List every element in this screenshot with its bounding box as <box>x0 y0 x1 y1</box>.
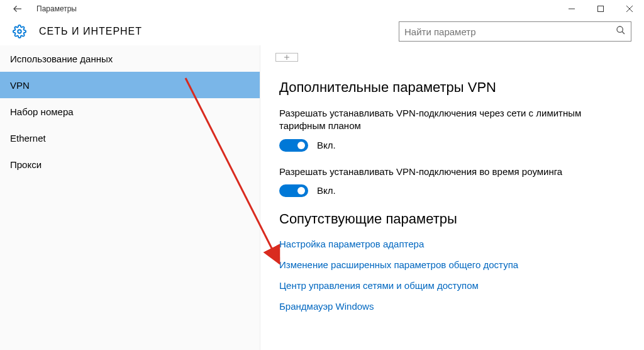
add-vpn-box[interactable] <box>275 53 298 62</box>
svg-line-7 <box>622 31 625 34</box>
sidebar-item-ethernet[interactable]: Ethernet <box>0 125 260 151</box>
section-advanced-title: Дополнительные параметры VPN <box>279 79 625 96</box>
minimize-icon <box>568 5 575 13</box>
toggle-metered-state: Вкл. <box>317 140 336 150</box>
titlebar: Параметры <box>0 0 644 18</box>
window-controls <box>557 0 644 18</box>
close-icon <box>626 5 633 13</box>
link-adapter-settings[interactable]: Настройка параметров адаптера <box>279 239 625 249</box>
main-panel: Дополнительные параметры VPN Разрешать у… <box>260 45 644 350</box>
search-box[interactable] <box>399 21 631 42</box>
minimize-button[interactable] <box>557 0 586 18</box>
search-input[interactable] <box>404 26 616 37</box>
setting-metered-row: Вкл. <box>279 139 625 152</box>
setting-metered-desc: Разрешать устанавливать VPN-подключения … <box>279 107 625 133</box>
section-related-title: Сопутствующие параметры <box>279 211 625 227</box>
sidebar-item-vpn[interactable]: VPN <box>0 72 260 98</box>
link-advanced-sharing[interactable]: Изменение расширенных параметров общего … <box>279 259 625 270</box>
link-windows-firewall[interactable]: Брандмауэр Windows <box>279 301 625 312</box>
toggle-knob <box>297 142 305 149</box>
maximize-icon <box>597 5 604 13</box>
toggle-roaming[interactable] <box>279 184 308 197</box>
header: СЕТЬ И ИНТЕРНЕТ <box>0 18 644 45</box>
sidebar: Использование данных VPN Набор номера Et… <box>0 45 260 350</box>
svg-point-6 <box>617 26 623 32</box>
plus-icon <box>284 54 290 60</box>
svg-point-5 <box>18 30 21 33</box>
setting-roaming-desc: Разрешать устанавливать VPN-подключения … <box>279 166 625 178</box>
category-title: СЕТЬ И ИНТЕРНЕТ <box>39 26 142 37</box>
sidebar-item-dialup[interactable]: Набор номера <box>0 98 260 125</box>
toggle-knob <box>297 187 305 195</box>
arrow-left-icon <box>12 3 23 14</box>
close-button[interactable] <box>615 0 644 18</box>
setting-roaming-row: Вкл. <box>279 184 625 197</box>
maximize-button[interactable] <box>586 0 615 18</box>
related-links: Настройка параметров адаптера Изменение … <box>279 239 625 312</box>
search-icon <box>616 25 626 38</box>
content: Использование данных VPN Набор номера Et… <box>0 45 644 350</box>
link-network-center[interactable]: Центр управления сетями и общим доступом <box>279 280 625 291</box>
toggle-roaming-state: Вкл. <box>317 185 336 196</box>
sidebar-item-data-usage[interactable]: Использование данных <box>0 45 260 72</box>
gear-icon <box>13 25 26 38</box>
sidebar-item-proxy[interactable]: Прокси <box>0 151 260 178</box>
window-title: Параметры <box>36 4 77 13</box>
svg-rect-2 <box>598 6 604 12</box>
back-button[interactable] <box>5 0 30 18</box>
toggle-metered[interactable] <box>279 139 308 152</box>
